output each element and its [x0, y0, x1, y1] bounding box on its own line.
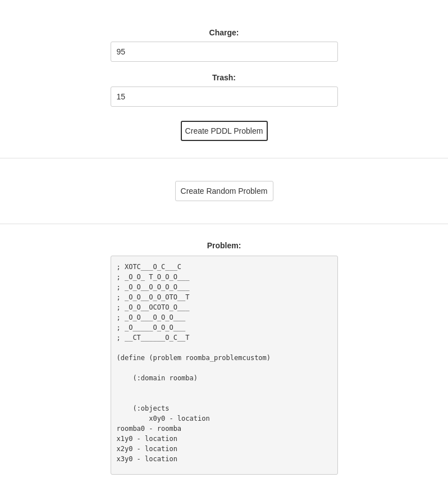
- problem-label: Problem:: [207, 241, 241, 250]
- problem-output-container: ; XOTC___O_C___C ; _O_O_ T_O_O_O___ ; _O…: [111, 256, 338, 475]
- problem-section: Problem: ; XOTC___O_C___C ; _O_O_ T_O_O_…: [0, 230, 448, 482]
- random-section: Create Random Problem: [0, 164, 448, 218]
- divider-1: [0, 158, 448, 158]
- page-container: Charge: Trash: Create PDDL Problem Creat…: [0, 0, 448, 482]
- create-random-button[interactable]: Create Random Problem: [175, 181, 273, 201]
- problem-textarea[interactable]: ; XOTC___O_C___C ; _O_O_ T_O_O_O___ ; _O…: [111, 256, 337, 474]
- random-button-label: Create Random Problem: [181, 187, 268, 195]
- charge-label: Charge:: [209, 28, 239, 37]
- create-pddl-button[interactable]: Create PDDL Problem: [181, 121, 268, 141]
- divider-2: [0, 224, 448, 224]
- charge-input[interactable]: [111, 42, 338, 62]
- trash-input[interactable]: [111, 87, 338, 107]
- charge-section: Charge: Trash: Create PDDL Problem: [0, 17, 448, 152]
- pddl-button-label: Create PDDL Problem: [185, 126, 263, 135]
- trash-label: Trash:: [212, 73, 236, 82]
